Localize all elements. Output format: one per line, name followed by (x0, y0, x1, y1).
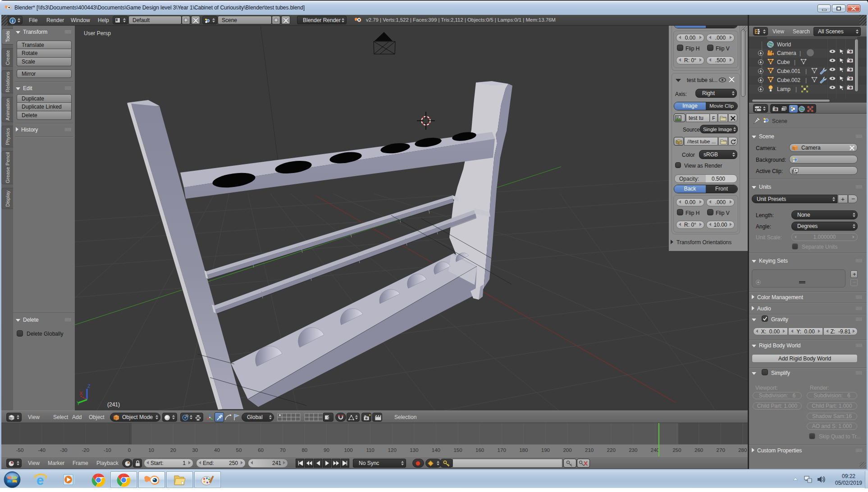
svg-text:10: 10 (148, 447, 154, 453)
svg-text:130: 130 (410, 447, 418, 453)
svg-text:180: 180 (519, 447, 528, 453)
svg-text:30: 30 (192, 447, 198, 453)
svg-text:20: 20 (170, 447, 176, 453)
svg-text:250: 250 (672, 447, 681, 453)
svg-text:120: 120 (388, 447, 397, 453)
svg-text:60: 60 (258, 447, 264, 453)
svg-text:100: 100 (344, 447, 352, 453)
svg-text:Y: Y (77, 401, 80, 406)
svg-text:220: 220 (607, 447, 616, 453)
svg-text:User Persp: User Persp (84, 30, 111, 36)
svg-text:90: 90 (324, 447, 329, 453)
svg-text:210: 210 (585, 447, 594, 453)
svg-text:230: 230 (629, 447, 637, 453)
svg-text:170: 170 (498, 447, 506, 453)
svg-text:190: 190 (541, 447, 550, 453)
svg-text:70: 70 (280, 447, 286, 453)
svg-text:80: 80 (302, 447, 307, 453)
svg-text:50: 50 (236, 447, 242, 453)
svg-text:(241): (241) (107, 401, 120, 408)
svg-text:270: 270 (717, 447, 725, 453)
svg-text:140: 140 (432, 447, 440, 453)
svg-text:260: 260 (694, 447, 703, 453)
svg-text:-50: -50 (16, 447, 24, 453)
svg-text:0: 0 (128, 447, 131, 453)
svg-text:280: 280 (738, 447, 747, 453)
svg-text:150: 150 (453, 447, 462, 453)
svg-text:X: X (79, 391, 83, 396)
svg-text:-40: -40 (38, 447, 46, 453)
svg-text:40: 40 (214, 447, 220, 453)
svg-text:-10: -10 (104, 447, 111, 453)
svg-text:200: 200 (563, 447, 571, 453)
svg-text:i: i (12, 18, 14, 23)
svg-text:-20: -20 (82, 447, 89, 453)
svg-text:110: 110 (366, 447, 374, 453)
svg-text:160: 160 (475, 447, 484, 453)
svg-text:-30: -30 (60, 447, 68, 453)
svg-text:Z: Z (87, 383, 91, 389)
